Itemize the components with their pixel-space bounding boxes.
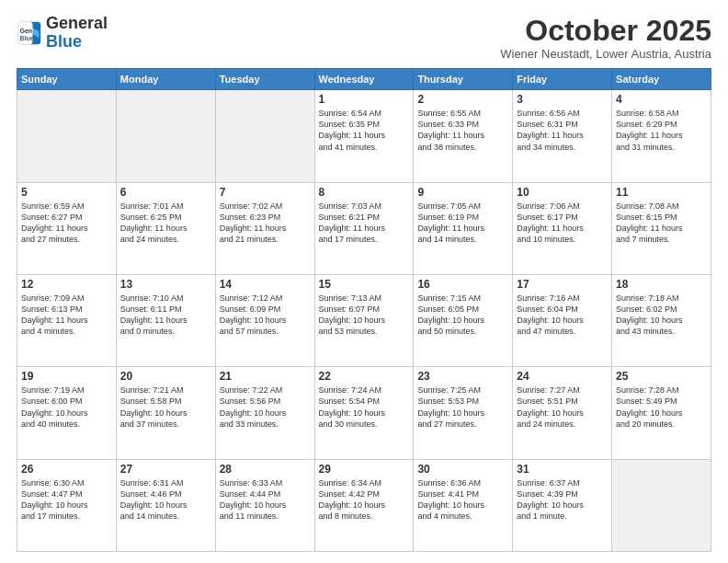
day-info: Sunrise: 7:25 AM Sunset: 5:53 PM Dayligh… [417, 385, 508, 430]
calendar-cell: 19Sunrise: 7:19 AM Sunset: 6:00 PM Dayli… [17, 367, 117, 459]
day-number: 11 [616, 186, 707, 199]
day-info: Sunrise: 7:15 AM Sunset: 6:05 PM Dayligh… [417, 293, 508, 338]
day-number: 19 [21, 370, 112, 383]
calendar-cell: 11Sunrise: 7:08 AM Sunset: 6:15 PM Dayli… [612, 182, 711, 274]
title-area: October 2025 Wiener Neustadt, Lower Aust… [500, 15, 711, 61]
calendar-cell: 23Sunrise: 7:25 AM Sunset: 5:53 PM Dayli… [414, 367, 513, 459]
day-number: 10 [517, 186, 608, 199]
calendar-cell [17, 90, 117, 182]
calendar-cell: 22Sunrise: 7:24 AM Sunset: 5:54 PM Dayli… [314, 367, 414, 459]
day-info: Sunrise: 7:05 AM Sunset: 6:19 PM Dayligh… [417, 201, 508, 246]
day-number: 23 [417, 370, 508, 383]
calendar-cell: 29Sunrise: 6:34 AM Sunset: 4:42 PM Dayli… [314, 459, 414, 551]
day-info: Sunrise: 7:28 AM Sunset: 5:49 PM Dayligh… [616, 385, 707, 430]
calendar-cell: 6Sunrise: 7:01 AM Sunset: 6:25 PM Daylig… [116, 182, 215, 274]
day-info: Sunrise: 7:16 AM Sunset: 6:04 PM Dayligh… [517, 293, 608, 338]
day-number: 3 [517, 93, 608, 106]
calendar-cell: 2Sunrise: 6:55 AM Sunset: 6:33 PM Daylig… [414, 90, 513, 182]
calendar-cell: 15Sunrise: 7:13 AM Sunset: 6:07 PM Dayli… [314, 274, 414, 366]
day-number: 1 [319, 93, 410, 106]
calendar-cell: 24Sunrise: 7:27 AM Sunset: 5:51 PM Dayli… [513, 367, 612, 459]
calendar-cell: 18Sunrise: 7:18 AM Sunset: 6:02 PM Dayli… [612, 274, 711, 366]
calendar-cell: 7Sunrise: 7:02 AM Sunset: 6:23 PM Daylig… [215, 182, 314, 274]
header: Gen Blue General Blue October 2025 Wiene… [17, 15, 711, 61]
day-number: 16 [417, 278, 508, 291]
day-number: 21 [220, 370, 311, 383]
day-info: Sunrise: 6:56 AM Sunset: 6:31 PM Dayligh… [517, 108, 608, 153]
calendar-cell: 26Sunrise: 6:30 AM Sunset: 4:47 PM Dayli… [17, 459, 117, 551]
calendar-cell: 30Sunrise: 6:36 AM Sunset: 4:41 PM Dayli… [414, 459, 513, 551]
day-info: Sunrise: 6:59 AM Sunset: 6:27 PM Dayligh… [21, 201, 112, 246]
calendar-cell: 10Sunrise: 7:06 AM Sunset: 6:17 PM Dayli… [513, 182, 612, 274]
calendar-cell: 14Sunrise: 7:12 AM Sunset: 6:09 PM Dayli… [215, 274, 314, 366]
calendar-week-4: 19Sunrise: 7:19 AM Sunset: 6:00 PM Dayli… [17, 367, 711, 459]
day-number: 20 [120, 370, 211, 383]
calendar-cell: 28Sunrise: 6:33 AM Sunset: 4:44 PM Dayli… [215, 459, 314, 551]
calendar-cell: 1Sunrise: 6:54 AM Sunset: 6:35 PM Daylig… [314, 90, 414, 182]
calendar-cell: 4Sunrise: 6:58 AM Sunset: 6:29 PM Daylig… [612, 90, 711, 182]
logo-icon: Gen Blue [17, 20, 42, 46]
logo-line2: Blue [46, 33, 108, 52]
day-number: 8 [319, 186, 410, 199]
day-number: 6 [120, 186, 211, 199]
calendar-week-3: 12Sunrise: 7:09 AM Sunset: 6:13 PM Dayli… [17, 274, 711, 366]
logo-line1: General [46, 15, 108, 33]
day-number: 30 [417, 463, 508, 476]
day-number: 24 [517, 370, 608, 383]
calendar-week-1: 1Sunrise: 6:54 AM Sunset: 6:35 PM Daylig… [17, 90, 711, 182]
day-info: Sunrise: 7:24 AM Sunset: 5:54 PM Dayligh… [319, 385, 410, 430]
day-number: 9 [417, 186, 508, 199]
day-info: Sunrise: 7:01 AM Sunset: 6:25 PM Dayligh… [120, 201, 211, 246]
day-info: Sunrise: 6:33 AM Sunset: 4:44 PM Dayligh… [220, 477, 311, 523]
day-info: Sunrise: 6:55 AM Sunset: 6:33 PM Dayligh… [417, 108, 508, 153]
day-info: Sunrise: 7:27 AM Sunset: 5:51 PM Dayligh… [517, 385, 608, 430]
day-number: 26 [21, 463, 112, 476]
day-info: Sunrise: 6:34 AM Sunset: 4:42 PM Dayligh… [319, 477, 410, 523]
subtitle: Wiener Neustadt, Lower Austria, Austria [500, 47, 711, 61]
day-info: Sunrise: 6:37 AM Sunset: 4:39 PM Dayligh… [517, 477, 608, 523]
calendar-week-5: 26Sunrise: 6:30 AM Sunset: 4:47 PM Dayli… [17, 459, 711, 551]
day-info: Sunrise: 7:02 AM Sunset: 6:23 PM Dayligh… [220, 201, 311, 246]
calendar-cell: 5Sunrise: 6:59 AM Sunset: 6:27 PM Daylig… [17, 182, 117, 274]
calendar-cell: 9Sunrise: 7:05 AM Sunset: 6:19 PM Daylig… [414, 182, 513, 274]
col-thursday: Thursday [414, 69, 513, 90]
day-number: 28 [220, 463, 311, 476]
calendar-cell [116, 90, 215, 182]
calendar-cell: 25Sunrise: 7:28 AM Sunset: 5:49 PM Dayli… [612, 367, 711, 459]
day-number: 18 [616, 278, 707, 291]
day-info: Sunrise: 6:31 AM Sunset: 4:46 PM Dayligh… [120, 477, 211, 523]
day-number: 22 [319, 370, 410, 383]
day-number: 31 [517, 463, 608, 476]
day-number: 7 [220, 186, 311, 199]
day-info: Sunrise: 7:10 AM Sunset: 6:11 PM Dayligh… [120, 293, 211, 338]
day-info: Sunrise: 7:22 AM Sunset: 5:56 PM Dayligh… [220, 385, 311, 430]
calendar-body: 1Sunrise: 6:54 AM Sunset: 6:35 PM Daylig… [17, 90, 711, 552]
day-info: Sunrise: 7:19 AM Sunset: 6:00 PM Dayligh… [21, 385, 112, 430]
svg-text:Gen: Gen [20, 28, 33, 34]
day-number: 17 [517, 278, 608, 291]
header-row: Sunday Monday Tuesday Wednesday Thursday… [17, 69, 711, 90]
day-info: Sunrise: 7:06 AM Sunset: 6:17 PM Dayligh… [517, 201, 608, 246]
col-wednesday: Wednesday [314, 69, 414, 90]
calendar-cell: 8Sunrise: 7:03 AM Sunset: 6:21 PM Daylig… [314, 182, 414, 274]
day-number: 29 [319, 463, 410, 476]
col-friday: Friday [513, 69, 612, 90]
day-number: 12 [21, 278, 112, 291]
day-info: Sunrise: 6:54 AM Sunset: 6:35 PM Dayligh… [319, 108, 410, 153]
col-saturday: Saturday [612, 69, 711, 90]
day-info: Sunrise: 6:30 AM Sunset: 4:47 PM Dayligh… [21, 477, 112, 523]
day-info: Sunrise: 7:08 AM Sunset: 6:15 PM Dayligh… [616, 201, 707, 246]
day-info: Sunrise: 7:09 AM Sunset: 6:13 PM Dayligh… [21, 293, 112, 338]
calendar-cell: 20Sunrise: 7:21 AM Sunset: 5:58 PM Dayli… [116, 367, 215, 459]
logo-text: General Blue [46, 15, 108, 52]
calendar-cell: 21Sunrise: 7:22 AM Sunset: 5:56 PM Dayli… [215, 367, 314, 459]
day-info: Sunrise: 7:12 AM Sunset: 6:09 PM Dayligh… [220, 293, 311, 338]
logo-area: Gen Blue General Blue [17, 15, 108, 52]
month-title: October 2025 [500, 15, 711, 47]
page: Gen Blue General Blue October 2025 Wiene… [0, 0, 728, 563]
calendar-cell [215, 90, 314, 182]
col-tuesday: Tuesday [215, 69, 314, 90]
calendar-header: Sunday Monday Tuesday Wednesday Thursday… [17, 69, 711, 90]
day-number: 13 [120, 278, 211, 291]
svg-text:Blue: Blue [20, 35, 34, 41]
